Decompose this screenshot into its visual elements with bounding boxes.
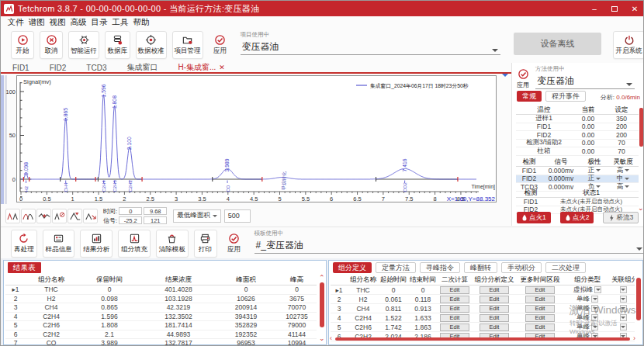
print-button[interactable]: 打印 xyxy=(194,230,217,258)
panel-scrollbar[interactable] xyxy=(639,108,643,147)
peak-split-tool-button[interactable] xyxy=(5,209,20,223)
secondary-calc-edit-button[interactable]: Edit xyxy=(440,296,469,303)
tab-program-events[interactable]: 程升事件 xyxy=(545,91,586,102)
analysis-definition-edit-button[interactable]: Edit xyxy=(480,286,509,294)
reprocess-button[interactable]: 再处理 xyxy=(11,230,37,258)
result-analysis-button[interactable]: 结果分析 xyxy=(80,230,113,258)
time-segments-edit-button[interactable]: Edit xyxy=(525,296,555,303)
ignite1-button[interactable]: 点火1 xyxy=(517,212,551,223)
results-row[interactable]: 7CO3.989132.78179695310994 xyxy=(5,339,317,346)
component-fill-button[interactable]: 组分填充 xyxy=(118,230,151,258)
results-tab[interactable]: 结果表 xyxy=(8,262,41,273)
menu-item[interactable]: 帮助 xyxy=(133,17,150,28)
results-row[interactable]: 4C2H41.596132.3502394319102735 xyxy=(5,313,317,322)
min-peak-area-value-field[interactable]: 500 xyxy=(224,209,251,223)
chromatogram-chart[interactable]: 05010000.511.522.533.544.555.566.577.588… xyxy=(1,75,499,204)
tab-active-integration[interactable]: H-集成窗...✕ xyxy=(178,62,224,73)
min-peak-area-select[interactable]: 最低峰面积 xyxy=(173,209,221,223)
results-row[interactable]: 3CH40.86542.321920091470070 xyxy=(5,303,317,313)
temperature-row[interactable]: 进样10.00350 xyxy=(516,115,639,123)
tab-manual-integration[interactable]: 手动积分 xyxy=(501,262,542,273)
analysis-definition-edit-button[interactable]: Edit xyxy=(480,305,509,313)
time-segments-edit-button[interactable]: Edit xyxy=(525,286,555,294)
baseline-tool-button[interactable] xyxy=(36,209,51,223)
results-scrollbar[interactable] xyxy=(320,282,324,327)
peak-end-tool-button[interactable] xyxy=(83,209,98,223)
scroll-down-chevron[interactable]: ⌄ xyxy=(638,204,644,212)
menu-item[interactable]: 高级 xyxy=(70,17,87,28)
time-segments-edit-button[interactable]: Edit xyxy=(525,314,555,322)
tab-secondary-processing[interactable]: 二次处理 xyxy=(545,262,586,273)
peak-start-tool-button[interactable] xyxy=(68,209,82,223)
tab-list-dropdown[interactable] xyxy=(502,66,508,80)
scroll-up-chevron[interactable]: ⌃ xyxy=(319,275,325,281)
close-button[interactable]: ✕ xyxy=(625,1,644,16)
apply-template-button[interactable]: 应用 xyxy=(223,230,246,258)
project-select[interactable]: 项目使用中 变压器油 xyxy=(241,31,501,55)
temperature-row[interactable]: 柱箱0.0070 xyxy=(516,147,639,156)
project-button[interactable]: 项目管理 xyxy=(172,31,203,59)
device-offline-button[interactable]: 设备离线 xyxy=(514,33,601,55)
tab-integration-window[interactable]: 集成窗口 xyxy=(126,62,158,73)
secondary-calc-edit-button[interactable]: Edit xyxy=(440,314,469,322)
secondary-calc-edit-button[interactable]: Edit xyxy=(440,305,469,313)
analysis-definition-edit-button[interactable]: Edit xyxy=(480,324,509,331)
temperature-row[interactable]: FID10.00200 xyxy=(516,123,639,132)
signal-max-field[interactable]: 121 xyxy=(144,216,167,224)
results-row[interactable]: ▸1THC0401.402800 xyxy=(5,285,317,295)
tab-tcd3[interactable]: TCD3 xyxy=(86,64,106,72)
menu-item[interactable]: 谱图 xyxy=(28,17,45,28)
menu-item[interactable]: 目录 xyxy=(91,17,108,28)
time-segments-edit-button[interactable]: Edit xyxy=(525,305,555,313)
cancel-button[interactable]: 取消 xyxy=(40,31,63,59)
time-start-field[interactable]: 0 xyxy=(119,207,142,215)
tab-fid2[interactable]: FID2 xyxy=(50,64,67,72)
method-select[interactable]: 方法使用中 变压器油 xyxy=(535,65,635,89)
secondary-calc-edit-button[interactable]: Edit xyxy=(440,324,469,331)
tab-component-definition[interactable]: 组分定义 xyxy=(333,262,372,273)
definition-hscrollbar[interactable] xyxy=(335,337,630,341)
peak-merge-tool-button[interactable] xyxy=(21,209,36,223)
tab-fid1[interactable]: FID1 xyxy=(12,64,29,72)
calibrate-button[interactable]: 数据校准 xyxy=(136,31,167,59)
time-end-field[interactable]: 9.68 xyxy=(144,207,167,215)
menu-item[interactable]: 视图 xyxy=(49,17,66,28)
scroll-down-chevron[interactable]: ⌄ xyxy=(319,335,325,341)
template-select[interactable]: 模板使用中 #_变压器油 xyxy=(254,230,644,254)
minimize-button[interactable]: – xyxy=(584,1,604,16)
results-row[interactable]: 2H20.098103.1928106263675 xyxy=(5,295,317,304)
menu-item[interactable]: 工具 xyxy=(112,17,129,28)
database-button[interactable]: 数据库 xyxy=(105,31,130,59)
related-component-select[interactable] xyxy=(611,296,635,303)
tab-peak-search[interactable]: 寻峰指令 xyxy=(420,262,460,273)
smart-run-button[interactable]: 智能运行 xyxy=(68,31,99,59)
clear-template-button[interactable]: 清除模板 xyxy=(156,230,189,258)
component-type-select[interactable]: 虚拟峰 xyxy=(563,285,611,295)
power-on-button[interactable]: 开启系统 xyxy=(613,31,644,59)
definition-row[interactable]: ▸1THC00 Edit Edit Edit 虚拟峰 xyxy=(331,285,635,295)
results-row[interactable]: 6C2H22.144.989319235241144 xyxy=(5,330,317,340)
related-component-select[interactable] xyxy=(611,286,635,293)
signal-min-field[interactable]: -25.2 xyxy=(119,216,142,224)
secondary-calc-edit-button[interactable]: Edit xyxy=(440,286,469,294)
analysis-definition-edit-button[interactable]: Edit xyxy=(480,314,509,322)
analysis-definition-edit-button[interactable]: Edit xyxy=(480,296,509,303)
peak-delete-tool-button[interactable] xyxy=(52,209,67,223)
status-row[interactable]: FID1未点火(未开启自动点火) xyxy=(516,198,639,206)
scroll-left-chevron[interactable]: ‹ xyxy=(330,334,332,342)
ignite2-button[interactable]: 点火2 xyxy=(560,212,594,223)
menu-item[interactable]: 文件 xyxy=(7,17,24,28)
time-segments-edit-button[interactable]: Edit xyxy=(525,324,555,331)
maximize-button[interactable] xyxy=(604,1,625,16)
tab-general[interactable]: 常规 xyxy=(517,91,542,102)
sample-info-button[interactable]: 样品信息 xyxy=(43,230,75,258)
apply-project-button[interactable]: 应用 xyxy=(209,31,232,59)
start-button[interactable]: 开始 xyxy=(11,31,34,59)
bridge-current-button[interactable]: 桥流3 xyxy=(603,212,639,223)
apply-method-button[interactable]: 应用 xyxy=(517,68,529,89)
tab-peak-flip[interactable]: 峰翻转 xyxy=(464,262,497,273)
results-row[interactable]: 5C2H61.808181.741435282979000 xyxy=(5,321,317,330)
component-type-select[interactable]: 单峰 xyxy=(563,295,611,304)
tab-close-icon[interactable]: ✕ xyxy=(219,64,225,71)
tab-quantify-method[interactable]: 定量方法 xyxy=(376,262,416,273)
